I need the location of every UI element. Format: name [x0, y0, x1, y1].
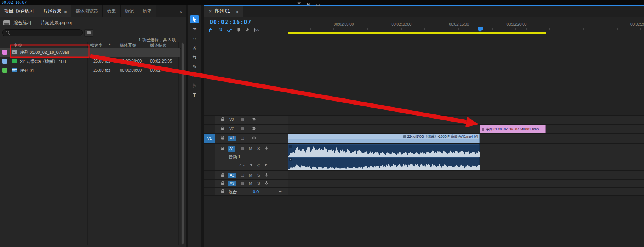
clip-still[interactable]: 序列 01.00_02_16_07.Still001.bmp [480, 125, 546, 133]
label-chip[interactable] [2, 59, 7, 64]
track-target-v2[interactable]: V2 [229, 127, 234, 131]
master-volume-value[interactable]: 0.0 [253, 190, 259, 194]
source-patch-v3[interactable] [204, 116, 215, 124]
hand-tool-button[interactable]: ☞ [188, 81, 201, 90]
lock-icon[interactable] [221, 136, 224, 141]
selection-status: 1 项已选择，共 3 项 [139, 37, 176, 43]
nest-insert-icon[interactable] [209, 27, 213, 34]
rectangle-icon: ▭ [192, 73, 197, 78]
project-row-still[interactable]: 序列 01.00_02_16_07.Still [0, 48, 180, 57]
next-keyframe-button[interactable]: ▶ [265, 163, 267, 166]
track-output-eye-icon[interactable] [251, 118, 257, 122]
tab-markers[interactable]: 标记 [121, 5, 138, 17]
mute-button[interactable]: M [249, 174, 252, 177]
track-output-eye-icon[interactable] [251, 127, 257, 131]
voiceover-record-mic-icon[interactable] [265, 181, 268, 186]
new-search-bin-button[interactable] [84, 29, 93, 37]
track-target-v1[interactable]: V1 [228, 136, 236, 141]
label-chip[interactable] [2, 68, 7, 73]
track-output-eye-icon[interactable] [251, 136, 257, 141]
sync-lock-icon[interactable]: ▤ [241, 136, 244, 140]
source-patch-v1[interactable]: V1 [204, 134, 215, 143]
panel-menu-icon[interactable]: ≡ [236, 9, 238, 14]
type-tool-button[interactable]: T [188, 90, 201, 100]
track-target-v3[interactable]: V3 [229, 118, 234, 122]
source-patch-a1[interactable] [204, 144, 215, 170]
source-patch-a2[interactable] [204, 171, 215, 179]
sync-lock-icon[interactable]: ▤ [241, 147, 244, 151]
tab-project[interactable]: 项目: 综合练习——片尾效果 ≡ [0, 5, 71, 17]
project-row-sequence[interactable]: 序列 01 25.00 fps 00:00:00:00 00:02: [0, 66, 180, 75]
lock-icon[interactable] [221, 117, 224, 122]
linked-selection-icon[interactable] [227, 27, 232, 34]
project-scrollbar[interactable] [181, 42, 184, 245]
keyframe-nav-icon[interactable]: ◂▸ [279, 190, 282, 193]
solo-button[interactable]: S [257, 174, 260, 177]
track-target-a1[interactable]: A1 [228, 146, 235, 152]
solo-button[interactable]: S [257, 147, 260, 151]
column-fps[interactable]: 帧速率 [90, 42, 103, 48]
rectangle-tool-button[interactable]: ▭ [188, 71, 201, 81]
sync-lock-icon[interactable]: ▤ [241, 174, 244, 177]
tab-media-browser[interactable]: 媒体浏览器 [71, 5, 103, 17]
clip-fx-badge-icon [482, 128, 484, 131]
playback-icon[interactable] [306, 1, 310, 8]
sync-lock-icon[interactable]: ▤ [241, 182, 244, 186]
search-input[interactable] [2, 29, 83, 36]
slip-tool-button[interactable]: ⇆ [188, 52, 201, 62]
snap-icon[interactable] [218, 27, 223, 34]
ripple-edit-tool-button[interactable]: ↔ [188, 33, 201, 43]
voiceover-record-mic-icon[interactable] [265, 173, 268, 178]
column-media-end[interactable]: 媒体结束 [150, 42, 167, 48]
captions-icon[interactable]: CC [254, 28, 260, 32]
clip-label: 序列 01.00_02_16_07.Still001.bmp [486, 127, 539, 132]
export-icon[interactable] [316, 1, 320, 8]
mute-button[interactable]: M [249, 182, 252, 186]
panel-menu-icon[interactable]: ≡ [64, 9, 67, 14]
track-select-forward-tool-button[interactable]: ⇥ [188, 24, 201, 33]
solo-button[interactable]: S [257, 182, 260, 186]
project-root-row[interactable]: 综合练习——片尾效果.prproj [0, 18, 72, 27]
tab-history[interactable]: 历史 [138, 5, 156, 17]
add-keyframe-button[interactable]: ◇ [257, 163, 260, 167]
label-chip[interactable] [2, 50, 7, 55]
source-patch-v2[interactable] [204, 125, 215, 133]
dropdown-icon[interactable]: ▾ [243, 164, 245, 167]
ruler-label: 00:02:20:00 [507, 22, 527, 27]
lock-icon[interactable] [221, 173, 224, 178]
playhead-timecode[interactable]: 00:02:16:07 [210, 19, 251, 26]
waveform-left [288, 145, 480, 157]
voiceover-record-mic-icon[interactable] [265, 146, 268, 152]
razor-tool-button[interactable]: ✂ [188, 43, 201, 52]
track-target-a2[interactable]: A2 [228, 173, 236, 178]
project-row-video[interactable]: 22-云缨CG《擒贼》-108 25.00 fps 00:00:00:00 00… [0, 57, 180, 66]
lock-icon[interactable] [221, 147, 224, 152]
track-name[interactable]: 音频 1 [229, 155, 240, 159]
tab-overflow-icon[interactable]: » [176, 9, 186, 14]
column-name[interactable]: 名称 [14, 42, 22, 48]
clip-video[interactable]: 22-云缨CG《擒贼》-1080 P 高清-AVC.mp4 [V] [288, 134, 480, 143]
pen-tool-button[interactable]: ✎ [188, 62, 201, 71]
clip-audio[interactable]: L R [288, 144, 480, 170]
timeline-settings-wrench-icon[interactable] [245, 27, 249, 34]
column-media-start[interactable]: 媒体开始 [120, 42, 136, 48]
add-marker-icon[interactable] [237, 27, 240, 34]
mute-button[interactable]: M [249, 147, 252, 151]
show-keyframes-icon[interactable]: ○ [239, 163, 241, 167]
filter-icon[interactable] [297, 1, 301, 8]
sync-lock-icon[interactable]: ▤ [241, 118, 244, 122]
selection-tool-button[interactable] [188, 14, 201, 24]
tab-sequence-01[interactable]: × 序列 01 ≡ [204, 6, 243, 17]
ripple-edit-icon: ↔ [192, 36, 197, 41]
lock-icon[interactable] [221, 181, 224, 186]
sync-lock-icon[interactable]: ▤ [241, 127, 244, 131]
prev-keyframe-button[interactable]: ◀ [250, 163, 252, 166]
scrollbar-thumb[interactable] [182, 43, 184, 244]
track-target-a3[interactable]: A3 [228, 181, 236, 186]
close-icon[interactable]: × [209, 9, 212, 14]
lock-icon[interactable] [221, 189, 224, 194]
lock-icon[interactable] [221, 127, 224, 131]
source-patch-a3[interactable] [204, 180, 215, 187]
tab-effects[interactable]: 效果 [103, 5, 121, 17]
work-area-bar[interactable] [288, 32, 546, 34]
